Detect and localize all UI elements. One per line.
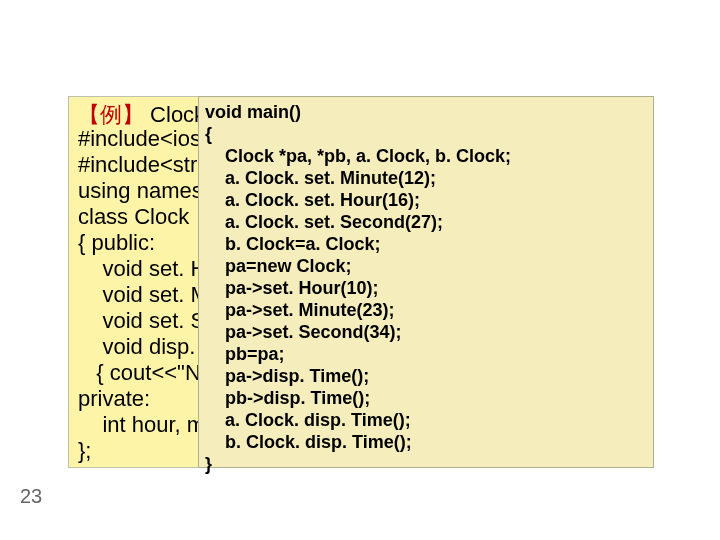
title-text: Clock — [144, 102, 205, 127]
overlay-code-box: void main() { Clock *pa, *pb, a. Clock, … — [198, 96, 654, 468]
slide: 【例】 Clock #include<iost #include<strin u… — [0, 0, 720, 540]
example-label: 【例】 — [78, 102, 144, 127]
page-number: 23 — [20, 485, 42, 508]
overlay-code-block: void main() { Clock *pa, *pb, a. Clock, … — [205, 101, 511, 475]
content-area: 【例】 Clock #include<iost #include<strin u… — [68, 96, 650, 466]
